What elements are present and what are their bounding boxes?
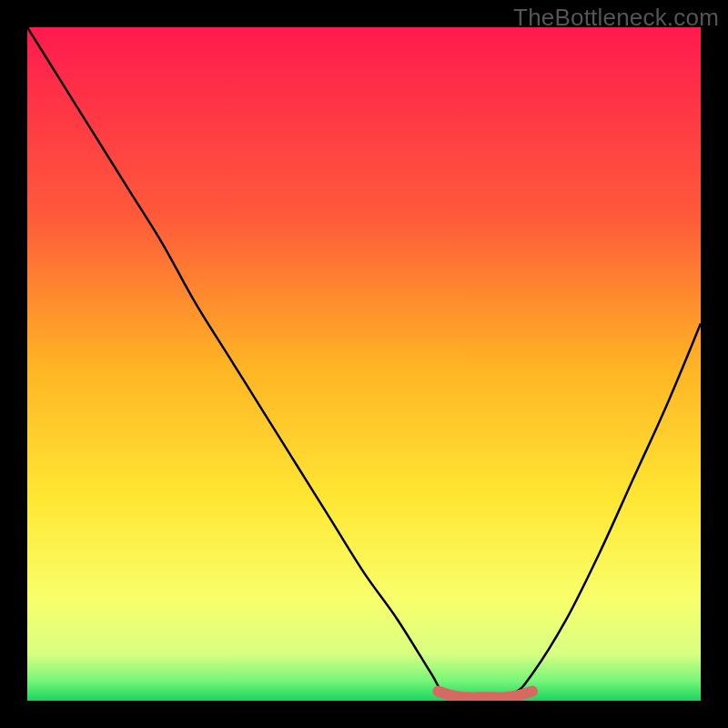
chart-frame: TheBottleneck.com bbox=[0, 0, 728, 728]
plot-area bbox=[27, 27, 701, 701]
bottleneck-chart bbox=[27, 27, 701, 701]
optimal-range-marker bbox=[438, 692, 532, 698]
gradient-background bbox=[27, 27, 701, 701]
